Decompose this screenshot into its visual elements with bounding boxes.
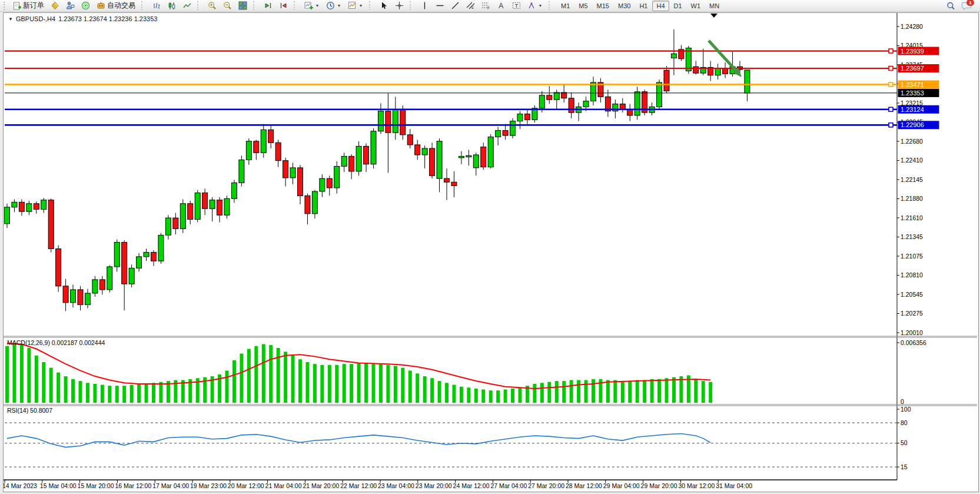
- main-toolbar: 新订单 自动交易: [0, 0, 980, 12]
- chat-button[interactable]: 1: [961, 1, 972, 11]
- svg-text:15 Mar 20:00: 15 Mar 20:00: [78, 482, 114, 489]
- toolbar-separator: [141, 1, 146, 10]
- trendline-icon: [451, 1, 460, 10]
- timeframe-h1[interactable]: H1: [635, 1, 652, 11]
- svg-text:1.23939: 1.23939: [901, 48, 924, 55]
- indicators-button[interactable]: [302, 1, 322, 11]
- periods-button[interactable]: [324, 1, 344, 11]
- indicators-dropdown-caret[interactable]: [315, 1, 320, 10]
- autotrading-icon: [97, 1, 105, 10]
- timeframe-m15[interactable]: M15: [593, 1, 613, 11]
- rsi-label: RSI(14) 50.8007: [7, 407, 52, 414]
- timeframe-h4[interactable]: H4: [652, 1, 669, 11]
- current-bar-marker: [710, 14, 717, 18]
- tile-windows-button[interactable]: [236, 1, 250, 11]
- svg-text:14 Mar 2023: 14 Mar 2023: [4, 482, 37, 489]
- signals-button[interactable]: [79, 1, 92, 11]
- candlestick-mode-icon: [167, 1, 176, 10]
- line-chart-mode-button[interactable]: [180, 1, 194, 11]
- fibonacci-tool-button[interactable]: F: [479, 1, 493, 11]
- text-label-tool-button[interactable]: T: [510, 1, 523, 11]
- svg-text:50: 50: [901, 439, 908, 446]
- rsi-line: [7, 434, 710, 447]
- timeframe-m1[interactable]: M1: [557, 1, 574, 11]
- mt4-application: 新订单 自动交易: [0, 0, 980, 494]
- price-level-line-1.23124[interactable]: 1.23124: [5, 105, 939, 114]
- svg-text:23 Mar 20:00: 23 Mar 20:00: [416, 482, 452, 489]
- timeframe-d1[interactable]: D1: [670, 1, 686, 11]
- chart-canvas[interactable]: 1.242801.240151.237451.234801.232151.229…: [4, 13, 977, 490]
- svg-text:A: A: [499, 2, 503, 10]
- line-chart-mode-icon: [182, 1, 191, 10]
- toolbar-separator: [253, 1, 258, 10]
- channel-tool-button[interactable]: E: [464, 1, 477, 11]
- periods-dropdown-caret[interactable]: [337, 1, 341, 10]
- chart-shift-button[interactable]: [277, 1, 290, 11]
- toolbar-grip[interactable]: [4, 2, 7, 10]
- templates-button[interactable]: [346, 1, 366, 11]
- chart-window: GBPUSD-,H4 1.23673 1.23674 1.23236 1.233…: [3, 12, 979, 492]
- zoom-out-button[interactable]: [221, 1, 234, 11]
- one-click-toggle-icon[interactable]: [8, 16, 13, 22]
- auto-scroll-icon: [264, 1, 273, 10]
- toolbar-separator: [294, 1, 298, 10]
- navigator-button[interactable]: [64, 1, 77, 11]
- trendline-tool-button[interactable]: [449, 1, 462, 11]
- horizontal-line-tool-button[interactable]: [433, 1, 447, 11]
- market-watch-icon: [51, 1, 59, 10]
- price-level-line-1.23471[interactable]: 1.23471: [5, 81, 939, 89]
- new-order-button[interactable]: 新订单: [10, 1, 46, 11]
- timeframe-w1[interactable]: W1: [687, 1, 705, 11]
- svg-text:80: 80: [901, 419, 908, 426]
- text-tool-button[interactable]: A: [494, 1, 508, 11]
- periods-clock-icon: [326, 1, 335, 10]
- timeframe-m30[interactable]: M30: [614, 1, 634, 11]
- vertical-line-tool-button[interactable]: [418, 1, 431, 11]
- new-order-label: 新订单: [23, 1, 44, 11]
- arrows-tool-button[interactable]: [525, 1, 545, 11]
- svg-text:1.21075: 1.21075: [901, 253, 923, 260]
- toolbar-separator: [369, 1, 374, 10]
- svg-text:1.20010: 1.20010: [901, 329, 923, 336]
- crosshair-tool-button[interactable]: [393, 1, 406, 11]
- timeframe-mn[interactable]: MN: [705, 1, 723, 11]
- crosshair-icon: [395, 1, 404, 10]
- autotrading-button[interactable]: 自动交易: [94, 1, 138, 11]
- text-icon: A: [497, 1, 506, 10]
- zoom-in-button[interactable]: [205, 1, 219, 11]
- search-icon[interactable]: [946, 1, 955, 10]
- svg-text:1.21610: 1.21610: [901, 214, 923, 221]
- macd-label: MACD(12,26,9) 0.002187 0.002444: [7, 339, 105, 346]
- price-level-line-1.23697[interactable]: 1.23697: [5, 64, 939, 72]
- svg-text:0.006356: 0.006356: [901, 339, 926, 346]
- zoom-out-icon: [223, 1, 232, 10]
- svg-text:1.23124: 1.23124: [901, 106, 924, 113]
- autotrading-label: 自动交易: [107, 1, 135, 11]
- rsi-panel: RSI(14) 50.8007100805015: [5, 406, 911, 470]
- chart-symbol-period: GBPUSD-,H4: [16, 15, 55, 22]
- bar-chart-mode-button[interactable]: [150, 1, 163, 11]
- auto-scroll-button[interactable]: [261, 1, 275, 11]
- market-watch-button[interactable]: [48, 1, 62, 11]
- svg-text:0: 0: [901, 398, 904, 405]
- svg-text:16 Mar 12:00: 16 Mar 12:00: [115, 482, 151, 489]
- chart-title-bar: GBPUSD-,H4 1.23673 1.23674 1.23236 1.233…: [8, 15, 157, 22]
- horizontal-line-icon: [436, 1, 444, 10]
- svg-text:17 Mar 04:00: 17 Mar 04:00: [152, 482, 189, 489]
- svg-text:1.21345: 1.21345: [901, 233, 923, 240]
- bar-chart-mode-icon: [152, 1, 161, 10]
- equidistant-channel-icon: E: [466, 1, 475, 10]
- arrows-dropdown-caret[interactable]: [538, 1, 543, 10]
- cursor-tool-button[interactable]: [377, 1, 391, 11]
- svg-text:15: 15: [901, 463, 908, 470]
- candles: [5, 29, 750, 311]
- candlestick-mode-button[interactable]: [165, 1, 178, 11]
- svg-text:28 Mar 12:00: 28 Mar 12:00: [566, 482, 602, 489]
- timeframe-m5[interactable]: M5: [574, 1, 592, 11]
- templates-dropdown-caret[interactable]: [358, 1, 363, 10]
- price-level-line-1.22906[interactable]: 1.22906: [5, 121, 939, 129]
- svg-text:21 Mar 20:00: 21 Mar 20:00: [303, 482, 339, 489]
- price-level-line-1.23353[interactable]: 1.23353: [5, 89, 939, 97]
- price-level-line-1.23939[interactable]: 1.23939: [5, 47, 939, 55]
- toolbar-separator: [549, 1, 553, 10]
